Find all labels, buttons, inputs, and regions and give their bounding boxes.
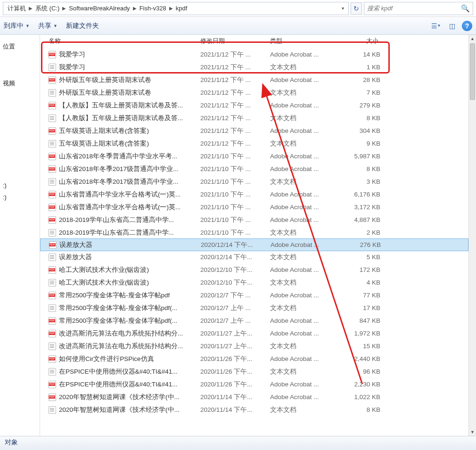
- pdf-file-icon: [49, 266, 56, 274]
- column-type[interactable]: 类型: [270, 37, 340, 45]
- file-row[interactable]: 我爱学习2021/1/12 下午 ...文本文档1 KB: [40, 61, 468, 74]
- file-size: 5 KB: [340, 254, 380, 261]
- file-row[interactable]: 误差放大器2020/12/14 下午...Adobe Acrobat ...27…: [40, 238, 468, 251]
- file-row[interactable]: 改进高斯消元算法在电力系统拓扑结构分...2020/11/27 上午...Ado…: [40, 327, 468, 340]
- file-name: 哈工大测试技术大作业(锯齿波): [59, 266, 149, 274]
- column-name[interactable]: 名称: [49, 37, 200, 45]
- pdf-file-icon: [49, 165, 56, 173]
- file-row[interactable]: 2020年智慧树知道网课《技术经济学(中...2020/11/14 下午...文…: [40, 403, 468, 416]
- file-row[interactable]: 山东省2018年冬季2017级普通高中学业...2021/1/10 下午 ...…: [40, 163, 468, 175]
- vertical-scrollbar[interactable]: ▲ ▼: [468, 35, 476, 436]
- file-date: 2021/1/10 下午 ...: [200, 229, 270, 237]
- text-file-icon: [49, 406, 56, 414]
- share-button[interactable]: 共享▼: [38, 22, 57, 30]
- column-date[interactable]: 修改日期: [200, 37, 270, 45]
- file-type: Adobe Acrobat ...: [270, 153, 340, 160]
- file-name: 我爱学习: [59, 50, 85, 59]
- preview-pane-button[interactable]: ◫: [446, 20, 458, 32]
- file-type: Adobe Acrobat ...: [270, 127, 340, 134]
- file-row[interactable]: 外研版五年级上册英语期末试卷2021/1/12 下午 ...Adobe Acro…: [40, 74, 468, 86]
- file-row[interactable]: 五年级英语上期末试卷(含答案)2021/1/12 下午 ...文本文档9 KB: [40, 137, 468, 150]
- file-date: 2020/11/14 下午...: [200, 393, 270, 401]
- crumb-folder-1[interactable]: SoftwareBreakAlready: [66, 2, 132, 15]
- nav-pane[interactable]: 位置 视频 :) :): [0, 35, 40, 436]
- file-row[interactable]: 山东省2018年冬季普通高中学业水平考...2021/1/10 下午 ...Ad…: [40, 150, 468, 163]
- file-row[interactable]: 【人教版】五年级上册英语期末试卷及答...2021/1/12 下午 ...文本文…: [40, 112, 468, 124]
- file-type: Adobe Acrobat ...: [270, 292, 340, 299]
- file-row[interactable]: 2018-2019学年山东省高二普通高中学...2021/1/10 下午 ...…: [40, 213, 468, 226]
- file-row[interactable]: 在PSPICE中使用德州仪器&#40;TI&#41...2020/11/26 下…: [40, 365, 468, 378]
- file-name: 2020年智慧树知道网课《技术经济学(中...: [59, 406, 180, 414]
- sidebar-item-drive-d[interactable]: :): [3, 194, 37, 201]
- file-row[interactable]: 山东省2018年冬季2017级普通高中学业...2021/1/10 下午 ...…: [40, 175, 468, 188]
- text-file-icon: [49, 279, 56, 286]
- file-row[interactable]: 常用2500字瘦金体字帖-瘦金体字帖pdf2020/12/7 下午 ...Ado…: [40, 289, 468, 302]
- scroll-up-icon[interactable]: ▲: [469, 35, 476, 42]
- file-row[interactable]: 哈工大测试技术大作业(锯齿波)2020/12/10 下午...文本文档4 KB: [40, 276, 468, 289]
- file-row[interactable]: 五年级英语上期末试卷(含答案)2021/1/12 下午 ...Adobe Acr…: [40, 124, 468, 137]
- file-row[interactable]: 误差放大器2020/12/14 下午...文本文档5 KB: [40, 251, 468, 263]
- pdf-file-icon: [49, 355, 56, 363]
- file-name: 山东省2018年冬季普通高中学业水平考...: [59, 152, 177, 161]
- file-list[interactable]: 名称 修改日期 类型 大小 我爱学习2021/1/12 下午 ...Adobe …: [40, 35, 468, 436]
- file-row[interactable]: 外研版五年级上册英语期末试卷2021/1/12 下午 ...文本文档7 KB: [40, 86, 468, 99]
- file-row[interactable]: 【人教版】五年级上册英语期末试卷及答...2021/1/12 下午 ...Ado…: [40, 99, 468, 112]
- file-row[interactable]: 常用2500字瘦金体字帖-瘦金体字帖pdf(...2020/12/7 上午 ..…: [40, 302, 468, 314]
- file-row[interactable]: 我爱学习2021/1/12 下午 ...Adobe Acrobat ...14 …: [40, 48, 468, 61]
- file-row[interactable]: 山东省普通高中学业水平合格考试(一)英...2021/1/10 下午 ...Ad…: [40, 188, 468, 201]
- pdf-file-icon: [49, 127, 56, 135]
- pdf-file-icon: [49, 241, 57, 249]
- chevron-right-icon[interactable]: ▶: [132, 2, 137, 15]
- search-input[interactable]: 搜索 kpdf 🔍: [364, 2, 473, 15]
- file-name: 山东省普通高中学业水平合格考试(一)英...: [59, 203, 181, 212]
- file-type: 文本文档: [270, 139, 340, 148]
- file-row[interactable]: 改进高斯消元算法在电力系统拓扑结构分...2020/11/27 上午...文本文…: [40, 340, 468, 352]
- file-type: 文本文档: [270, 89, 340, 97]
- file-row[interactable]: 哈工大测试技术大作业(锯齿波)2020/12/10 下午...Adobe Acr…: [40, 263, 468, 276]
- file-name: 2018-2019学年山东省高二普通高中学...: [59, 229, 174, 237]
- file-row[interactable]: 2020年智慧树知道网课《技术经济学(中...2020/11/14 下午...A…: [40, 391, 468, 403]
- help-button[interactable]: ?: [462, 21, 472, 31]
- column-headers[interactable]: 名称 修改日期 类型 大小: [40, 35, 468, 47]
- file-size: 15 KB: [340, 343, 380, 350]
- file-date: 2020/11/27 上午...: [200, 329, 270, 338]
- file-date: 2020/11/26 下午...: [200, 355, 270, 363]
- file-type: Adobe Acrobat ...: [270, 102, 340, 109]
- scroll-down-icon[interactable]: ▼: [469, 428, 476, 436]
- search-icon[interactable]: 🔍: [461, 4, 470, 13]
- crumb-folder-2[interactable]: Fish-v328: [137, 2, 169, 15]
- file-row[interactable]: 常用2500字瘦金体字帖-瘦金体字帖pdf(...2020/12/7 上午 ..…: [40, 314, 468, 327]
- column-size[interactable]: 大小: [340, 37, 380, 45]
- chevron-right-icon[interactable]: ▶: [169, 2, 173, 15]
- refresh-button[interactable]: ↻: [351, 2, 362, 15]
- sidebar-item-drive-c[interactable]: :): [3, 182, 37, 189]
- crumb-folder-3[interactable]: kpdf: [173, 2, 190, 15]
- crumb-drive[interactable]: 系统 (C:): [33, 2, 62, 15]
- view-options-button[interactable]: ☰ ▼: [430, 20, 442, 32]
- sidebar-item-location[interactable]: 位置: [3, 42, 37, 51]
- file-name: 五年级英语上期末试卷(含答案): [59, 127, 149, 135]
- file-name: 五年级英语上期末试卷(含答案): [59, 139, 149, 148]
- file-size: 8 KB: [340, 406, 380, 413]
- file-size: 1,022 KB: [340, 393, 380, 401]
- command-bar: 到库中▼ 共享▼ 新建文件夹 ☰ ▼ ◫ ?: [0, 17, 476, 35]
- scroll-thumb[interactable]: [470, 43, 475, 100]
- file-type: Adobe Acrobat ...: [270, 76, 340, 83]
- file-type: 文本文档: [270, 278, 340, 287]
- chevron-right-icon[interactable]: ▶: [62, 2, 66, 15]
- chevron-down-icon[interactable]: ▾: [339, 6, 346, 11]
- include-in-library-button[interactable]: 到库中▼: [4, 22, 30, 30]
- file-row[interactable]: 在PSPICE中使用德州仪器&#40;TI&#41...2020/11/26 下…: [40, 378, 468, 391]
- file-type: 文本文档: [270, 178, 340, 186]
- file-size: 8 KB: [340, 115, 380, 122]
- chevron-right-icon[interactable]: ▶: [28, 2, 33, 15]
- sidebar-item-video[interactable]: 视频: [3, 79, 37, 88]
- new-folder-button[interactable]: 新建文件夹: [66, 22, 99, 30]
- breadcrumb-path[interactable]: 计算机 ▶ 系统 (C:) ▶ SoftwareBreakAlready ▶ F…: [3, 2, 349, 15]
- file-row[interactable]: 2018-2019学年山东省高二普通高中学...2021/1/10 下午 ...…: [40, 226, 468, 239]
- crumb-computer[interactable]: 计算机: [5, 2, 28, 15]
- file-row[interactable]: 山东省普通高中学业水平合格考试(一)英...2021/1/10 下午 ...Ad…: [40, 201, 468, 213]
- text-file-icon: [49, 254, 56, 261]
- file-row[interactable]: 如何使用Cir文件进行PSPice仿真2020/11/26 下午...Adobe…: [40, 352, 468, 365]
- file-type: 文本文档: [270, 253, 340, 262]
